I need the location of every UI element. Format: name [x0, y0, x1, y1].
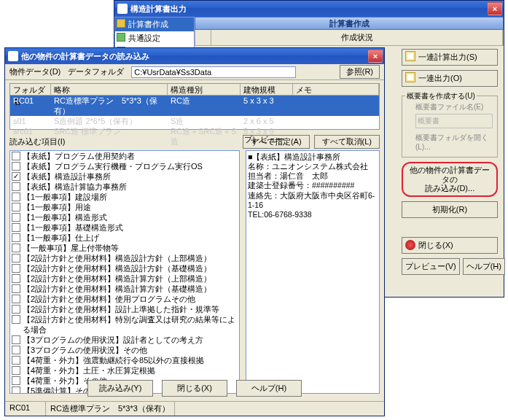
tree-item-calc[interactable]: 計算書作成 — [115, 18, 194, 31]
list-item[interactable]: 【表紙】構造設計事務所 — [10, 171, 239, 182]
checkbox[interactable] — [12, 244, 20, 252]
checkbox[interactable] — [12, 172, 20, 181]
checkbox[interactable] — [12, 295, 20, 303]
col-folder[interactable]: フォルダ名 — [10, 84, 51, 95]
status-name: RC造標準プラン 5*3*3（保有） — [46, 402, 175, 416]
summary-filename-label: 概要書ファイル名(E) — [415, 101, 493, 114]
checkbox[interactable] — [12, 233, 20, 242]
summary-filename-field: 概要書 — [415, 114, 493, 128]
checkbox[interactable] — [12, 284, 20, 293]
doc-icon — [117, 19, 125, 28]
app-icon — [8, 51, 18, 61]
list-item[interactable]: 【1一般事項】用途 — [10, 202, 239, 212]
list-item[interactable]: 【表紙】プログラム実行機種・プログラム実行OS — [10, 161, 239, 171]
list-item[interactable]: 【3プログラムの使用状況】その他 — [10, 345, 239, 355]
list-item[interactable]: 【2設計方針と使用材料】特別な調査又は研究の結果等による場合 — [10, 314, 239, 335]
init-button[interactable]: 初期化(R) — [402, 201, 498, 218]
list-item[interactable]: 【2設計方針と使用材料】構造計算方針（基礎構造） — [10, 284, 239, 294]
close-icon — [405, 240, 415, 250]
checkbox[interactable] — [12, 356, 20, 365]
import-title: 他の物件の計算書データの読み込み — [21, 51, 368, 62]
preview-panel: ■【表紙】構造設計事務所 名称：ユニオンシステム株式会社 担当者：湯仁音 太郎 … — [246, 150, 380, 394]
close-icon[interactable]: × — [488, 2, 502, 15]
folder-label: データフォルダ — [68, 66, 124, 77]
col-size[interactable]: 建物規模 — [241, 84, 293, 95]
main-title: 構造計算書出力 — [130, 4, 488, 15]
doc-icon — [405, 51, 415, 61]
data-menu[interactable]: 物件データ(D) — [9, 66, 60, 77]
status-folder: RC01 — [5, 402, 46, 416]
list-item[interactable]: 【2設計方針と使用材料】構造計算方針（上部構造） — [10, 273, 239, 284]
file-list[interactable]: フォルダ名 略称 構造種別 建物規模 メモ RC01RC造標準プラン 5*3*3… — [9, 83, 380, 130]
checkbox[interactable] — [12, 192, 20, 201]
help-dialog-button[interactable]: ヘルプ(H) — [236, 380, 302, 397]
table-row[interactable]: RC01RC造標準プラン 5*3*3（保有）RC造5 x 3 x 3 — [10, 96, 379, 116]
checkbox[interactable] — [12, 152, 20, 160]
list-item[interactable]: 【1一般事項】仕上げ — [10, 233, 239, 243]
checkbox[interactable] — [12, 335, 20, 344]
list-item[interactable]: 【2設計方針と使用材料】設計上準拠した指針・規準等 — [10, 304, 239, 314]
import-confirm-button[interactable]: 読み込み(Y) — [87, 380, 153, 397]
checkbox[interactable] — [12, 346, 20, 354]
table-row[interactable]: s01S造例題 2*6*5（保有）S造2 x 6 x 5 — [10, 116, 379, 126]
doc-icon — [405, 72, 415, 82]
list-item[interactable]: 【1一般事項】構造形式 — [10, 212, 239, 222]
list-item[interactable]: 【表紙】プログラム使用契約者 — [10, 151, 239, 161]
preview-label: プレビュー — [244, 134, 284, 145]
close-icon[interactable]: × — [368, 50, 383, 63]
close-button[interactable]: 閉じる(X) — [402, 237, 498, 254]
list-item[interactable]: 【4荷重・外力】土圧・水圧算定根拠 — [10, 365, 239, 376]
list-item[interactable]: 【1一般事項】基礎構造形式 — [10, 222, 239, 233]
list-item[interactable]: 【一般事項】屋上付帯物等 — [10, 243, 239, 253]
item-list[interactable]: 【表紙】プログラム使用契約者【表紙】プログラム実行機種・プログラム実行OS【表紙… — [9, 150, 240, 394]
checkbox[interactable] — [12, 162, 20, 171]
gear-icon — [117, 33, 125, 42]
list-item[interactable]: 【4荷重・外力】強震動継続行令85以外の直接根拠 — [10, 355, 239, 365]
items-label: 読み込む項目(I) — [9, 136, 65, 147]
col-abbrev[interactable]: 略称 — [51, 84, 168, 95]
list-item[interactable]: 【表紙】構造計算協力事務所 — [10, 182, 239, 192]
app-icon — [117, 4, 128, 14]
import-dialog: 他の物件の計算書データの読み込み × 物件データ(D) データフォルダ C:¥U… — [4, 47, 385, 416]
summary-group: 概要書を作成する(U) 概要書ファイル名(E) 概要書 概要書フォルダを開く(L… — [402, 96, 498, 158]
list-item[interactable]: 【2設計方針と使用材料】構造設計方針（上部構造） — [10, 253, 239, 263]
checkbox[interactable] — [12, 213, 20, 222]
preview-text: ■【表紙】構造設計事務所 名称：ユニオンシステム株式会社 担当者：湯仁音 太郎 … — [246, 150, 380, 394]
grid-header: 作成状況 — [195, 30, 504, 46]
tree-item-common[interactable]: 共通設定 — [115, 31, 194, 45]
checkbox[interactable] — [12, 182, 20, 191]
list-item[interactable]: 【3プログラムの使用状況】設計者としての考え方 — [10, 335, 239, 345]
import-other-button[interactable]: 他の物件の計算書データの 読み込み(D)... — [402, 162, 498, 197]
browse-button[interactable]: 参照(R) — [340, 65, 380, 79]
checkbox[interactable] — [12, 254, 20, 262]
checkbox[interactable] — [12, 315, 20, 324]
checkbox[interactable] — [12, 274, 20, 283]
clear-all-button[interactable]: すべて取消(L) — [314, 135, 380, 149]
checkbox[interactable] — [12, 305, 20, 314]
col-struct[interactable]: 構造種別 — [168, 84, 241, 95]
checkbox[interactable] — [12, 203, 20, 211]
section-band: 計算書作成 — [195, 17, 504, 30]
list-item[interactable]: 【2設計方針と使用材料】構造設計方針（基礎構造） — [10, 263, 239, 273]
open-summary-folder-button: 概要書フォルダを開く(L)... — [415, 131, 493, 152]
list-item[interactable]: 【1一般事項】建設場所 — [10, 192, 239, 202]
statusbar: RC01 RC造標準プラン 5*3*3（保有） — [5, 401, 384, 416]
batch-output-o-button[interactable]: 一連出力(O) — [402, 70, 498, 87]
import-titlebar[interactable]: 他の物件の計算書データの読み込み × — [5, 48, 384, 64]
batch-output-s-button[interactable]: 一連計算出力(S) — [402, 49, 498, 66]
close-dialog-button[interactable]: 閉じる(X) — [162, 380, 227, 397]
col-memo[interactable]: メモ — [293, 84, 379, 95]
checkbox[interactable] — [12, 366, 20, 375]
checkbox[interactable] — [12, 264, 20, 273]
checkbox[interactable] — [12, 223, 20, 232]
help-button[interactable]: ヘルプ(H) — [463, 258, 505, 275]
preview-button[interactable]: プレビュー(V) — [402, 258, 460, 275]
toolbar: 物件データ(D) データフォルダ C:¥UsrData¥Ss3Data 参照(R… — [5, 64, 384, 80]
folder-path-input[interactable]: C:¥UsrData¥Ss3Data — [131, 66, 296, 78]
list-item[interactable]: 【2設計方針と使用材料】使用プログラムその他 — [10, 294, 239, 304]
main-titlebar[interactable]: 構造計算書出力 × — [114, 1, 504, 17]
